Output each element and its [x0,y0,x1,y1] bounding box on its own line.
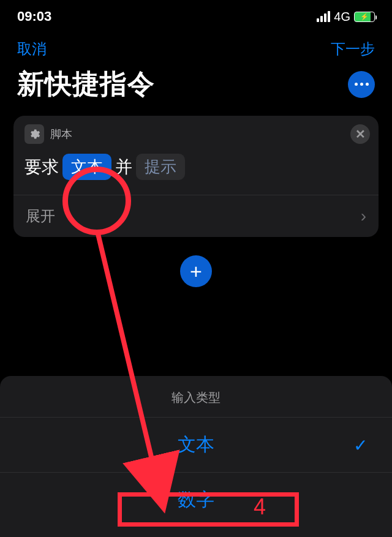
expand-row[interactable]: 展开 › [13,195,379,237]
action-mid: 并 [115,156,132,179]
expand-label: 展开 [26,206,55,226]
picker-option-label: 文本 [178,434,214,454]
cellular-signal-icon [317,11,330,22]
status-right: 4G ⚡ [317,10,375,24]
page-title: 新快捷指令 [17,66,155,102]
gear-icon [28,128,40,140]
action-prefix: 要求 [24,156,59,179]
more-button[interactable] [348,71,375,98]
status-time: 09:03 [17,9,51,24]
status-bar: 09:03 4G ⚡ [0,0,392,31]
card-header: 脚本 ✕ [13,116,379,148]
script-app-icon [24,124,44,144]
picker-option-number[interactable]: 数字 [0,473,392,537]
charging-bolt-icon: ⚡ [360,13,369,20]
add-button-container: + [0,255,392,287]
title-row: 新快捷指令 [0,64,392,116]
more-icon [355,83,369,86]
script-label: 脚本 [50,127,72,141]
nav-bar: 取消 下一步 [0,31,392,64]
add-action-button[interactable]: + [180,255,212,287]
prompt-pill[interactable]: 提示 [136,154,185,180]
input-type-picker: 输入类型 文本 ✓ 数字 [0,376,392,537]
plus-icon: + [190,260,202,284]
cancel-button[interactable]: 取消 [17,39,47,59]
close-action-button[interactable]: ✕ [350,124,370,144]
picker-option-text[interactable]: 文本 ✓ [0,418,392,473]
chevron-right-icon: › [361,206,366,226]
action-card: 脚本 ✕ 要求 文本 并 提示 展开 › [13,116,379,237]
battery-icon: ⚡ [354,12,375,22]
action-line: 要求 文本 并 提示 [13,148,379,195]
network-type: 4G [334,10,350,24]
close-icon: ✕ [355,127,366,141]
picker-header: 输入类型 [0,376,392,418]
input-type-pill[interactable]: 文本 [62,154,111,180]
next-button[interactable]: 下一步 [331,39,375,59]
checkmark-icon: ✓ [353,435,368,455]
picker-option-label: 数字 [178,489,214,509]
